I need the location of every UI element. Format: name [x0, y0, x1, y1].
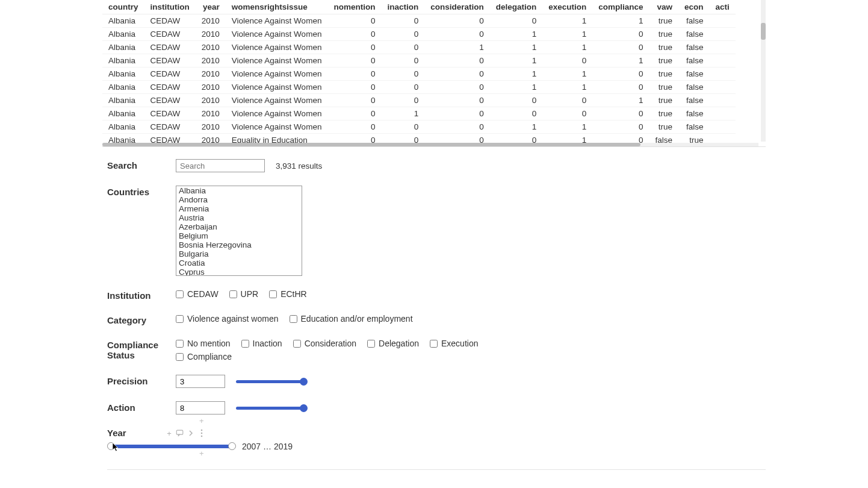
table-cell: Albania [102, 28, 144, 41]
table-cell: 0 [592, 67, 649, 81]
institution-option[interactable]: ECtHR [269, 289, 307, 299]
compliance-option[interactable]: Delegation [367, 339, 419, 348]
table-header-vaw[interactable]: vaw [649, 0, 679, 14]
compliance-checkbox[interactable] [293, 340, 301, 348]
country-option[interactable]: Albania [176, 186, 302, 195]
search-input[interactable] [176, 159, 265, 172]
table-header-execution[interactable]: execution [542, 0, 592, 14]
table-cell: Albania [102, 147, 144, 148]
compliance-checkbox[interactable] [430, 340, 438, 348]
table-cell: 0 [592, 28, 649, 41]
table-row[interactable]: AlbaniaCEDAW2010Violence Against Women00… [102, 28, 736, 41]
action-slider[interactable] [236, 404, 307, 412]
precision-slider[interactable] [236, 377, 307, 386]
table-cell: 0 [592, 147, 649, 148]
institution-checkbox[interactable] [229, 290, 237, 298]
table-cell: 0 [424, 14, 490, 28]
table-row[interactable]: AlbaniaCEDAW2010Violence Against Women00… [102, 41, 736, 54]
compliance-checkbox[interactable] [367, 340, 375, 348]
institution-option[interactable]: UPR [229, 289, 259, 299]
category-label: Category [107, 314, 176, 325]
table-header-delegation[interactable]: delegation [490, 0, 543, 14]
table-header-compliance[interactable]: compliance [592, 0, 649, 14]
table-cell: Violence Against Women [226, 107, 328, 120]
country-option[interactable]: Austria [176, 213, 302, 222]
country-option[interactable]: Bulgaria [176, 249, 302, 258]
country-option[interactable]: Belgium [176, 231, 302, 240]
more-menu-icon[interactable] [197, 429, 206, 437]
year-range-slider[interactable] [107, 442, 236, 451]
category-checkbox[interactable] [290, 315, 297, 323]
horizontal-scrollbar-thumb[interactable] [102, 143, 640, 146]
action-slider-knob[interactable] [300, 404, 308, 412]
compliance-checkbox[interactable] [241, 340, 249, 348]
year-range-knob-max[interactable] [228, 442, 236, 450]
compliance-option[interactable]: No mention [176, 339, 231, 348]
compliance-option[interactable]: Compliance [176, 352, 232, 361]
table-cell: 2010 [196, 54, 226, 67]
table-header-nomention[interactable]: nomention [327, 0, 381, 14]
add-cell-above-icon[interactable]: + [199, 417, 204, 425]
table-row[interactable]: AlbaniaCEDAW2010Violence Against Women00… [102, 94, 736, 107]
table-cell: 0 [327, 54, 381, 67]
table-header-inaction[interactable]: inaction [381, 0, 424, 14]
precision-slider-knob[interactable] [300, 378, 308, 386]
chevron-right-icon[interactable] [187, 429, 195, 437]
table-row[interactable]: AlbaniaCEDAW2010Violence Against Women00… [102, 67, 736, 81]
table-header-econ[interactable]: econ [678, 0, 710, 14]
table-row[interactable]: AlbaniaCEDAW2010Equality in Education010… [102, 147, 736, 148]
table-header-consideration[interactable]: consideration [424, 0, 490, 14]
compliance-option[interactable]: Execution [430, 339, 478, 348]
table-row[interactable]: AlbaniaCEDAW2010Violence Against Women01… [102, 107, 736, 120]
institution-option[interactable]: CEDAW [176, 289, 219, 299]
table-row[interactable]: AlbaniaCEDAW2010Violence Against Women00… [102, 81, 736, 94]
add-cell-icon[interactable]: + [165, 429, 173, 437]
year-range-knob-min[interactable] [107, 442, 115, 450]
table-cell: false [678, 120, 710, 134]
table-cell: true [649, 14, 679, 28]
compliance-checkbox[interactable] [176, 340, 184, 348]
table-header-womensrightsissue[interactable]: womensrightsissue [226, 0, 328, 14]
horizontal-scrollbar-track[interactable] [102, 143, 758, 146]
table-cell: 0 [381, 81, 424, 94]
action-input[interactable] [176, 401, 225, 414]
table-cell: CEDAW [144, 14, 196, 28]
institution-checkbox[interactable] [176, 290, 184, 298]
table-row[interactable]: AlbaniaCEDAW2010Violence Against Women00… [102, 14, 736, 28]
table-header-institution[interactable]: institution [144, 0, 196, 14]
table-cell: 0 [592, 107, 649, 120]
category-checkbox[interactable] [176, 315, 184, 323]
precision-input[interactable] [176, 375, 225, 388]
table-cell [710, 120, 736, 134]
country-option[interactable]: Armenia [176, 204, 302, 213]
table-cell: 0 [327, 147, 381, 148]
country-option[interactable]: Azerbaijan [176, 222, 302, 231]
institution-checkbox[interactable] [269, 290, 277, 298]
vertical-scrollbar-thumb[interactable] [761, 23, 766, 40]
table-cell: 1 [490, 54, 543, 67]
compliance-option[interactable]: Inaction [241, 339, 282, 348]
table-header-acti[interactable]: acti [710, 0, 736, 14]
comment-icon[interactable] [176, 429, 184, 437]
compliance-option[interactable]: Consideration [293, 339, 356, 348]
svg-point-2 [201, 433, 203, 434]
table-cell: 1 [542, 81, 592, 94]
country-option[interactable]: Andorra [176, 195, 302, 204]
table-cell: true [649, 120, 679, 134]
vertical-scrollbar-track[interactable] [761, 0, 766, 142]
country-option[interactable]: Bosnia Herzegovina [176, 240, 302, 249]
precision-label: Precision [107, 375, 176, 386]
country-option[interactable]: Cyprus [176, 267, 302, 276]
countries-listbox[interactable]: AlbaniaAndorraArmeniaAustriaAzerbaijanBe… [176, 186, 302, 276]
compliance-checkbox[interactable] [176, 353, 184, 361]
table-header-year[interactable]: year [196, 0, 226, 14]
table-header-country[interactable]: country [102, 0, 144, 14]
compliance-label: Compliance Status [107, 339, 176, 360]
country-option[interactable]: Croatia [176, 258, 302, 267]
category-option[interactable]: Education and/or employment [290, 314, 413, 324]
table-row[interactable]: AlbaniaCEDAW2010Violence Against Women00… [102, 54, 736, 67]
table-cell: Violence Against Women [226, 54, 328, 67]
table-row[interactable]: AlbaniaCEDAW2010Violence Against Women00… [102, 120, 736, 134]
category-option[interactable]: Violence against women [176, 314, 279, 324]
table-cell: 1 [592, 14, 649, 28]
